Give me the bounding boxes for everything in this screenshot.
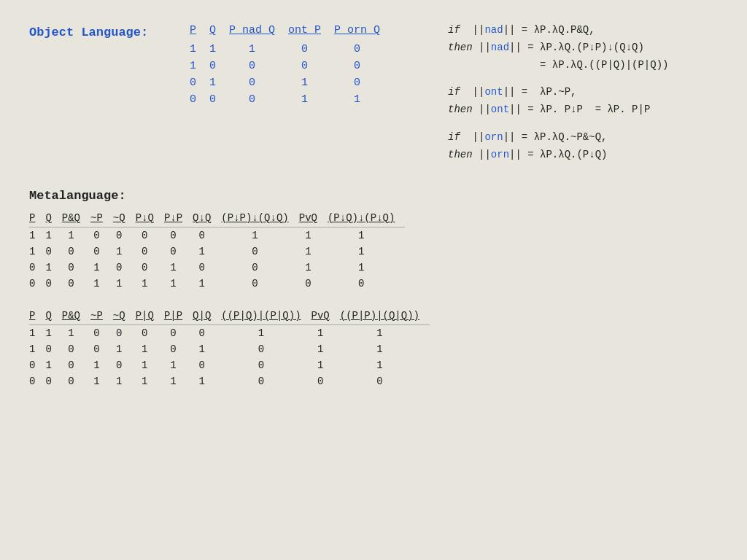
table-row: 1 1 1 0 0: [190, 41, 393, 58]
object-language-table: P Q P nad Q ont P P orn Q 1 1 1 0 0 1 0: [190, 22, 393, 108]
obj-col-Porn: P orn Q: [334, 22, 393, 41]
object-language-label: Object Language:: [29, 22, 190, 39]
ont-formula: if ||ont|| = λP.~P, then ||ont|| = λP. P…: [448, 84, 718, 119]
table-row: 111 000 001 11: [29, 324, 430, 341]
table-row: 100 011 010 11: [29, 341, 430, 357]
main-page: Object Language: P Q P nad Q ont P P orn…: [0, 0, 747, 426]
table-row: 100 010 010 11: [29, 244, 405, 260]
right-formulas: if ||nad|| = λP.λQ.P&Q, then ||nad|| = λ…: [448, 22, 718, 174]
table-row: 0 0 0 1 1: [190, 91, 393, 108]
table-row: 010 100 100 11: [29, 260, 405, 276]
table-row: 0 1 0 1 0: [190, 74, 393, 91]
obj-col-Q: Q: [209, 22, 229, 41]
object-language-section: Object Language: P Q P nad Q ont P P orn…: [29, 22, 718, 174]
obj-col-ont: ont P: [288, 22, 334, 41]
metalanguage-table-1: P Q P&Q ~P ~Q P↓Q P↓P Q↓Q (P↓P)↓(Q↓Q) Pv…: [29, 210, 405, 292]
obj-col-Pnad: P nad Q: [229, 22, 288, 41]
metalanguage-table-2: P Q P&Q ~P ~Q P|Q P|P Q|Q ((P|Q)|(P|Q)) …: [29, 308, 430, 389]
table-row: 000 111 110 00: [29, 373, 430, 389]
table-row: 1 0 0 0 0: [190, 58, 393, 74]
table-row: 111 000 001 11: [29, 227, 405, 244]
obj-col-P: P: [190, 22, 209, 41]
table-row: 010 101 100 11: [29, 357, 430, 373]
orn-formula: if ||orn|| = λP.λQ.~P&~Q, then ||orn|| =…: [448, 129, 718, 164]
table-row: 000 111 110 00: [29, 276, 405, 292]
metalanguage-label: Metalanguage:: [29, 189, 718, 203]
nad-formula: if ||nad|| = λP.λQ.P&Q, then ||nad|| = λ…: [448, 22, 718, 74]
